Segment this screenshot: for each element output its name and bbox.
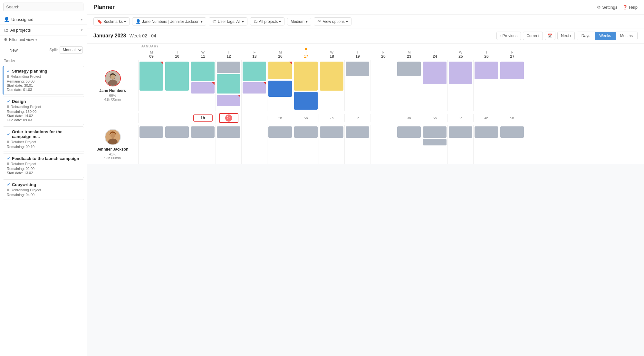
task-title-4: Feedback to the launch campaign [12,156,79,161]
chevron-filter-icon: ▾ [35,38,37,42]
svg-point-5 [110,133,115,138]
weeks-tab[interactable]: Weeks [595,32,615,40]
hour-value-11: 1h [200,116,205,120]
jane-hour-18: 7h [319,114,345,122]
jane-hour-25: 5h [448,114,474,122]
jennifer-block-gray-13[interactable] [475,126,498,138]
prev-button[interactable]: ‹ Previous [496,32,521,40]
jennifer-day-23 [396,125,422,164]
new-button[interactable]: ＋ New [4,47,18,53]
jennifer-day-17 [293,125,319,164]
jennifer-block-gray-9[interactable] [397,126,421,138]
task-meta-4: Remaining: 02:00 Start date: 13.02 [7,167,81,175]
task-block-lavender-3[interactable] [243,82,266,94]
jennifer-block-gray-5[interactable] [268,126,292,138]
all-projects-row[interactable]: 🗂 All projects ▾ [0,25,87,35]
task-meta-3: Remaining: 00:10 [7,145,81,149]
task-block-teal-1[interactable] [139,62,163,91]
help-button[interactable]: ❓ Help [622,5,638,10]
day-header-09: M 09 [139,49,164,60]
calendar-subtitle: Week 02 - 04 [130,33,156,38]
jennifer-day-12 [216,125,242,164]
day-header-17: T 17 [293,49,319,60]
task-block-teal-5[interactable] [243,62,266,81]
new-label: New [9,48,18,53]
folder-chip-icon: 🗂 [254,19,258,24]
task-card-1[interactable]: ✓ Strategy planning Rebranding Project R… [3,66,84,95]
months-tab[interactable]: Months [616,32,637,40]
jennifer-block-gray-7[interactable] [320,126,343,138]
task-block-lavender-5[interactable] [449,62,472,84]
jennifer-day-24 [422,125,448,164]
next-button[interactable]: Next › [557,32,575,40]
task-block-yellow-2[interactable] [294,62,318,91]
task-block-teal-2[interactable] [165,62,189,91]
jennifer-day-13 [242,125,267,164]
jennifer-block-gray-3[interactable] [191,126,215,138]
jennifer-block-gray-11[interactable] [423,139,447,145]
task-card-3[interactable]: ✓ Order translations for the campaign m.… [3,126,84,152]
jane-day-19 [345,60,370,111]
task-card-4[interactable]: ✓ Feedback to the launch campaign Retain… [3,153,84,178]
planner-inner: JANUARY M 09 T 10 W [87,44,644,164]
task-block-lavender-7[interactable] [500,62,524,79]
days-tab[interactable]: Days [577,32,595,40]
task-block-teal-3[interactable] [191,62,215,81]
task-block-gray-2[interactable] [346,62,369,76]
task-block-yellow-3[interactable] [320,62,343,91]
check-icon-5: ✓ [7,182,10,187]
task-block-lavender-2[interactable] [217,95,240,106]
settings-button[interactable]: ⚙ Settings [597,5,617,10]
tag-icon: 🏷 [212,19,216,24]
help-icon: ❓ [622,5,628,10]
jane-day-27 [499,60,525,111]
day-headers-row: M 09 T 10 W 11 T 12 [139,49,644,60]
task-block-blue-1[interactable] [268,81,292,97]
chevron-bookmarks-icon: ▾ [124,19,126,24]
task-card-2[interactable]: ✓ Design Rebranding Project Remaining: 1… [3,96,84,125]
task-block-lavender-6[interactable] [475,62,498,79]
check-icon-3: ✓ [7,132,10,137]
tags-chip[interactable]: 🏷 User tags: All ▾ [209,17,247,25]
task-block-blue-2[interactable] [294,92,318,110]
task-block-gray-1[interactable] [217,62,240,73]
task-block-lavender-4[interactable] [423,62,447,84]
task-block-lavender-1[interactable] [191,82,215,94]
jennifer-block-gray-10[interactable] [423,126,447,138]
jennifer-block-gray-4[interactable] [217,126,240,138]
column-headers: JANUARY M 09 T 10 W [87,44,644,60]
check-icon-1: ✓ [7,69,10,74]
task-block-teal-4[interactable] [217,74,240,94]
calendar-icon-button[interactable]: 📅 [545,32,555,40]
split-select[interactable]: Manual [60,46,83,54]
jennifer-name: Jennifer Jackson [97,147,128,152]
unassigned-row[interactable]: 👤 Unassigned ▾ [0,14,87,25]
task-block-yellow-1[interactable] [268,62,292,79]
filter-row[interactable]: ⚙ Filter and view ▾ [0,35,87,44]
view-options-chip[interactable]: 👁 View options ▾ [314,17,351,25]
day-header-13: F 13 [242,49,267,60]
search-box [0,0,87,14]
settings-label: Settings [602,5,617,10]
projects-chip[interactable]: 🗂 All projects ▾ [250,17,285,25]
overdue-corner [160,62,163,64]
jennifer-block-gray-8[interactable] [346,126,369,138]
jennifer-block-gray-14[interactable] [500,126,524,138]
jennifer-block-gray-1[interactable] [139,126,163,138]
jane-hour-10 [164,116,190,120]
overdue-corner-5 [289,62,292,64]
chevron-right-icon: › [570,34,571,38]
jennifer-block-gray-12[interactable] [449,126,472,138]
jennifer-block-gray-2[interactable] [165,126,189,138]
bookmarks-chip[interactable]: 🔖 Bookmarks ▾ [93,17,130,25]
users-chip[interactable]: 👤 Jane Numbers | Jennifer Jackson ▾ [132,17,206,25]
task-block-gray-3[interactable] [397,62,421,76]
day-header-20: F 20 [370,49,396,60]
task-card-5[interactable]: ✓ Copywriting Rebranding Project Remaini… [3,179,84,200]
project-dot-5 [7,189,9,191]
jennifer-block-gray-6[interactable] [294,126,318,138]
current-button[interactable]: Current [523,32,543,40]
medium-chip[interactable]: Medium ▾ [287,18,311,25]
task-project-4: Retainer Project [7,162,81,166]
search-input[interactable] [3,3,83,11]
